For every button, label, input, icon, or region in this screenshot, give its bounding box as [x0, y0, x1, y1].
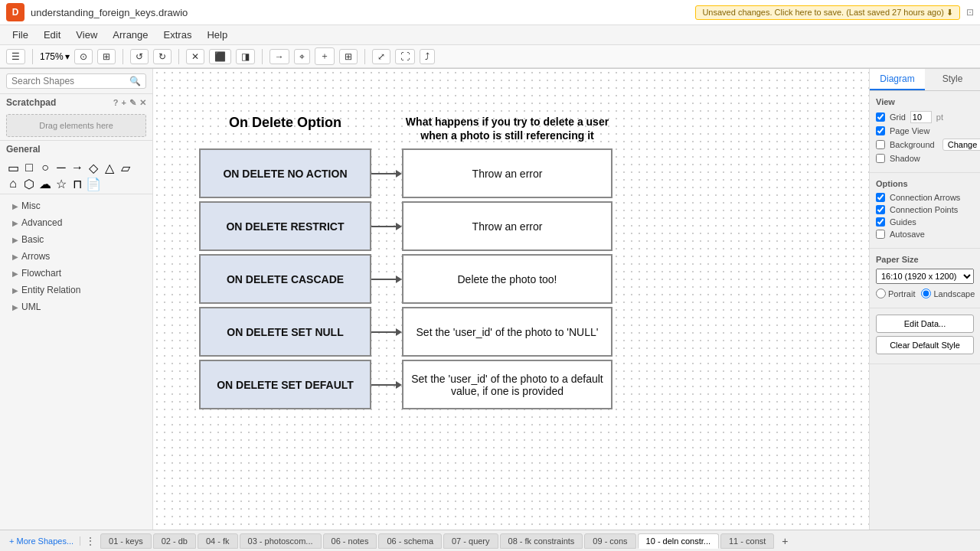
sidebar-item-uml[interactable]: ▶ UML — [0, 298, 152, 315]
tab-09-cons[interactable]: 09 - cons — [584, 533, 635, 549]
sidebar-item-misc[interactable]: ▶ Misc — [0, 197, 152, 214]
shape-diamond[interactable]: ◇ — [87, 161, 100, 174]
connection-points-checkbox[interactable] — [876, 205, 885, 214]
tab-style[interactable]: Style — [925, 69, 980, 90]
tab-03-photoscom[interactable]: 03 - photoscom... — [240, 533, 322, 549]
sidebar-item-entity-relation[interactable]: ▶ Entity Relation — [0, 282, 152, 298]
zoom-fit-button[interactable]: ⊞ — [97, 49, 116, 64]
tab-06-schema[interactable]: 06 - schema — [378, 533, 442, 549]
actions-section: Edit Data... Clear Default Style — [870, 308, 980, 364]
connection-arrows-checkbox[interactable] — [876, 193, 885, 202]
landscape-radio[interactable] — [921, 289, 931, 298]
portrait-radio[interactable] — [876, 289, 886, 298]
shadow-checkbox[interactable] — [876, 154, 885, 163]
menu-help[interactable]: Help — [201, 27, 234, 43]
edit-data-button[interactable]: Edit Data... — [876, 315, 974, 333]
share-button[interactable]: ⤴ — [420, 49, 435, 64]
paper-size-select[interactable]: 16:10 (1920 x 1200) A4 Letter Custom — [876, 269, 974, 284]
guides-checkbox[interactable] — [876, 217, 885, 227]
clear-default-style-button[interactable]: Clear Default Style — [876, 336, 974, 354]
more-shapes-link[interactable]: + More Shapes... — [3, 536, 80, 546]
shape-hexagon[interactable]: ⬡ — [22, 177, 36, 191]
shape-parallelogram[interactable]: ▱ — [119, 161, 132, 174]
flowchart-arrow-icon: ▶ — [12, 269, 18, 278]
header-mid-space — [371, 115, 402, 142]
redo-button[interactable]: ↻ — [153, 49, 172, 64]
menu-edit[interactable]: Edit — [38, 27, 67, 43]
menu-toggle-button[interactable]: ☰ — [6, 49, 25, 64]
background-checkbox[interactable] — [876, 140, 885, 149]
general-section-header[interactable]: General — [0, 141, 152, 158]
delete-button[interactable]: ✕ — [186, 49, 204, 64]
page-view-checkbox[interactable] — [876, 126, 885, 135]
table-button[interactable]: ⊞ — [339, 49, 358, 64]
tab-11-const[interactable]: 11 - const — [720, 533, 774, 549]
shape-triangle[interactable]: △ — [103, 161, 116, 174]
tab-04-fk[interactable]: 04 - fk — [198, 533, 238, 549]
fit-page-button[interactable]: ⤢ — [372, 49, 390, 64]
shape-cloud[interactable]: ☁ — [38, 177, 52, 191]
style-button[interactable]: ◨ — [236, 49, 255, 64]
menu-extras[interactable]: Extras — [158, 27, 198, 43]
sidebar-item-flowchart[interactable]: ▶ Flowchart — [0, 265, 152, 282]
menu-view[interactable]: View — [70, 27, 103, 43]
tab-10-deln-constr[interactable]: 10 - deln constr... — [638, 533, 719, 549]
shape-arrow[interactable]: → — [70, 161, 84, 174]
right-box-2: Throw an error — [402, 201, 612, 251]
tab-08-fk-constraints[interactable]: 08 - fk constraints — [500, 533, 583, 549]
window-controls: ⊡ — [966, 7, 974, 18]
shape-cylinder[interactable]: ⊓ — [70, 177, 84, 191]
shape-ellipse[interactable]: ○ — [38, 161, 52, 174]
shape-rect2[interactable]: □ — [22, 161, 36, 174]
menu-file[interactable]: File — [6, 27, 34, 43]
unsaved-banner[interactable]: Unsaved changes. Click here to save. (La… — [695, 5, 960, 20]
format-button[interactable]: ⬛ — [209, 49, 231, 64]
tab-diagram[interactable]: Diagram — [870, 69, 925, 90]
undo-button[interactable]: ↺ — [130, 49, 149, 64]
basic-arrow-icon: ▶ — [12, 236, 18, 244]
right-box-5: Set the 'user_id' of the photo to a defa… — [402, 360, 612, 409]
zoom-dropdown-icon[interactable]: ▾ — [65, 51, 70, 62]
arrow-4 — [371, 328, 402, 336]
zoom-display: 175% ▾ — [40, 51, 70, 62]
zoom-value: 175% — [40, 51, 64, 62]
scratchpad-add-icon[interactable]: + — [122, 98, 126, 108]
scratchpad-help-icon[interactable]: ? — [113, 98, 119, 108]
sidebar-item-advanced[interactable]: ▶ Advanced — [0, 214, 152, 231]
tab-07-query[interactable]: 07 - query — [443, 533, 498, 549]
grid-value-input[interactable] — [910, 111, 932, 123]
grid-checkbox[interactable] — [876, 112, 885, 122]
sidebar-item-arrows[interactable]: ▶ Arrows — [0, 248, 152, 265]
uml-label: UML — [21, 302, 41, 312]
shape-insert-button[interactable]: ＋ — [315, 47, 335, 65]
arrow-head-3 — [396, 276, 402, 283]
scratchpad-header[interactable]: Scratchpad ? + ✎ ✕ — [0, 94, 152, 111]
shape-line[interactable]: ─ — [54, 161, 68, 174]
scratchpad-close-icon[interactable]: ✕ — [139, 98, 146, 108]
autosave-checkbox[interactable] — [876, 230, 885, 239]
zoom-reset-button[interactable]: ⊙ — [74, 49, 93, 64]
col-right-header: What happens if you try to delete a user… — [402, 115, 612, 142]
tab-02-db[interactable]: 02 - db — [153, 533, 196, 549]
shape-trapezoid[interactable]: ⌂ — [6, 177, 20, 191]
shape-rect[interactable]: ▭ — [6, 161, 20, 174]
add-tab-button[interactable]: + — [776, 533, 794, 549]
change-button[interactable]: Change — [942, 139, 980, 151]
search-input[interactable] — [11, 76, 126, 86]
shape-star[interactable]: ☆ — [54, 177, 68, 191]
shape-doc[interactable]: 📄 — [87, 177, 100, 191]
scratchpad-edit-icon[interactable]: ✎ — [129, 98, 136, 108]
canvas-area[interactable]: On Delete Option What happens if you try… — [153, 69, 869, 530]
sidebar: 🔍 Scratchpad ? + ✎ ✕ Drag elements here … — [0, 69, 153, 530]
waypoint-button[interactable]: ⌖ — [294, 49, 310, 64]
connection-button[interactable]: → — [270, 49, 289, 64]
tab-06-notes[interactable]: 06 - notes — [323, 533, 377, 549]
sidebar-item-basic[interactable]: ▶ Basic — [0, 231, 152, 248]
tab-menu-icon[interactable]: ⋮ — [82, 533, 99, 549]
fullscreen-button[interactable]: ⛶ — [395, 49, 415, 64]
tab-01-keys[interactable]: 01 - keys — [100, 533, 152, 549]
menu-arrange[interactable]: Arrange — [106, 27, 154, 43]
sidebar-nav: ▶ Misc ▶ Advanced ▶ Basic ▶ Arrows ▶ Flo… — [0, 194, 152, 318]
arrow-line-4 — [371, 331, 396, 333]
basic-label: Basic — [21, 234, 44, 245]
